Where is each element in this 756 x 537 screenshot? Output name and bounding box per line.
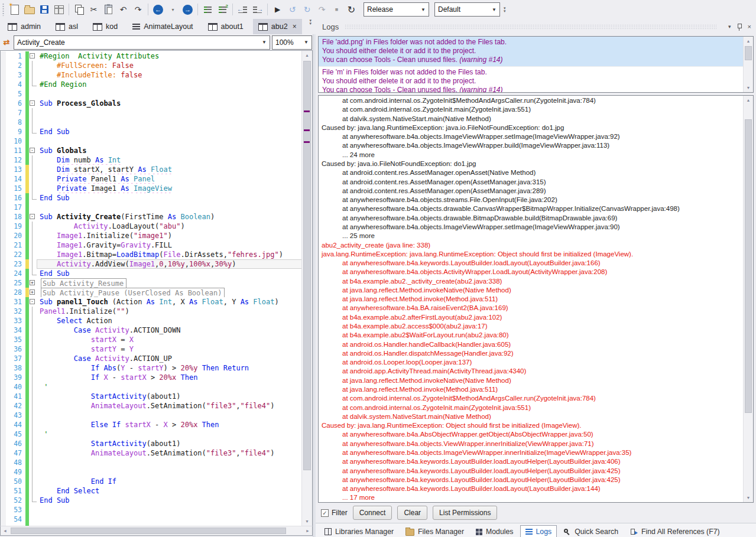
code-text[interactable] bbox=[37, 89, 302, 99]
warnings-scrollbar[interactable]: ▲ ▼ bbox=[743, 37, 753, 92]
build-configuration-select[interactable]: Release ▼ bbox=[364, 2, 429, 17]
tab-overflow-icon[interactable]: ▾▾ bbox=[309, 19, 312, 34]
code-line[interactable]: 34 Case Activity.ACTION_DOWN bbox=[1, 326, 302, 335]
code-text[interactable]: #IncludeTitle: false bbox=[37, 70, 302, 80]
code-text[interactable]: Image1.Bitmap=LoadBitmap(File.DirAssets,… bbox=[37, 250, 302, 259]
code-line[interactable]: 28+Sub Activity_Pause (UserClosed As Boo… bbox=[1, 288, 302, 297]
fold-margin[interactable]: - bbox=[29, 297, 37, 307]
scroll-up-icon[interactable]: ▲ bbox=[744, 37, 753, 45]
code-line[interactable]: 17 bbox=[1, 203, 302, 212]
fold-margin[interactable] bbox=[29, 193, 37, 203]
panel-drag-texture[interactable] bbox=[345, 24, 717, 30]
step-into-icon[interactable]: ↷ bbox=[314, 2, 329, 17]
code-text[interactable]: If X - startX > 20%x Then bbox=[37, 373, 302, 382]
code-line[interactable]: 3 #IncludeTitle: false bbox=[1, 70, 302, 80]
editor-horizontal-scrollbar[interactable]: ◄ ► bbox=[0, 526, 313, 536]
code-text[interactable]: AnimateLayout.SetAnimation("file3","file… bbox=[37, 448, 302, 458]
tab-admin[interactable]: admin bbox=[2, 19, 46, 34]
code-line[interactable]: 52End Sub bbox=[1, 496, 302, 505]
fold-margin[interactable] bbox=[29, 477, 37, 486]
code-text[interactable]: Sub panel1_Touch (Action As Int, X As Fl… bbox=[37, 297, 302, 307]
code-line[interactable]: 36 startY = Y bbox=[1, 344, 302, 354]
indent-icon[interactable] bbox=[250, 2, 265, 17]
code-line[interactable]: 51 End Select bbox=[1, 486, 302, 496]
code-line[interactable]: 16End Sub bbox=[1, 193, 302, 203]
statusbar-item-quick-search[interactable]: Quick Search bbox=[558, 525, 624, 537]
fold-margin[interactable] bbox=[29, 382, 37, 392]
fold-margin[interactable] bbox=[29, 505, 37, 515]
warning-item[interactable]: File 'add.png' in Files folder was not a… bbox=[319, 37, 744, 67]
cut-icon[interactable]: ✂ bbox=[86, 2, 101, 17]
fold-margin[interactable] bbox=[29, 174, 37, 184]
outdent-icon[interactable] bbox=[235, 2, 250, 17]
fold-margin[interactable] bbox=[29, 250, 37, 259]
build-flavor-select[interactable]: Default ▼ bbox=[434, 2, 500, 17]
code-text[interactable]: End Select bbox=[37, 486, 302, 496]
paste-icon[interactable] bbox=[101, 2, 116, 17]
code-text[interactable]: Else If startX - X > 20%x Then bbox=[37, 420, 302, 429]
code-line[interactable]: 1-#Region Activity Attributes bbox=[1, 51, 302, 61]
code-line[interactable]: 48 bbox=[1, 458, 302, 467]
code-text[interactable] bbox=[37, 458, 302, 467]
code-line[interactable]: 50 End If bbox=[1, 477, 302, 486]
code-text[interactable]: StartActivity(about1) bbox=[37, 439, 302, 448]
fold-margin[interactable] bbox=[29, 344, 37, 354]
code-line[interactable]: 45 ' bbox=[1, 429, 302, 439]
statusbar-item-modules[interactable]: Modules bbox=[471, 525, 518, 537]
log-output[interactable]: at com.android.internal.os.ZygoteInit$Me… bbox=[319, 96, 744, 502]
code-text[interactable]: Private Panel1 As Panel bbox=[37, 174, 302, 184]
redo-icon[interactable]: ↷ bbox=[131, 2, 145, 17]
fold-expand-icon[interactable]: + bbox=[30, 289, 35, 295]
undo-icon[interactable]: ↶ bbox=[116, 2, 131, 17]
fold-margin[interactable] bbox=[29, 335, 37, 344]
fold-margin[interactable] bbox=[29, 307, 37, 316]
tab-asl[interactable]: asl bbox=[50, 19, 83, 34]
scroll-down-icon[interactable]: ▼ bbox=[302, 517, 312, 526]
code-text[interactable]: Sub Activity_Pause (UserClosed As Boolea… bbox=[37, 288, 302, 297]
fold-margin[interactable] bbox=[29, 326, 37, 335]
code-line[interactable]: 32Panel1.Initialize("") bbox=[1, 307, 302, 316]
fold-margin[interactable] bbox=[29, 240, 37, 250]
code-line[interactable]: 53 bbox=[1, 505, 302, 515]
code-text[interactable] bbox=[37, 118, 302, 127]
statusbar-item-files-manager[interactable]: Files Manager bbox=[400, 525, 469, 537]
toolbar-grip[interactable] bbox=[2, 3, 5, 16]
fold-margin[interactable] bbox=[29, 373, 37, 382]
code-text[interactable]: Activity.AddView(Image1,0,10%y,100%x,30%… bbox=[37, 259, 302, 269]
code-line[interactable]: 7 bbox=[1, 108, 302, 118]
code-line[interactable]: 40 ' bbox=[1, 382, 302, 392]
code-line[interactable]: 11-Sub Globals bbox=[1, 146, 302, 155]
code-line[interactable]: 6-Sub Process_Globals bbox=[1, 99, 302, 108]
fold-margin[interactable] bbox=[29, 136, 37, 146]
code-text[interactable]: startX = X bbox=[37, 335, 302, 344]
code-text[interactable]: Private Image1 As ImageView bbox=[37, 184, 302, 193]
code-line[interactable]: 54 bbox=[1, 515, 302, 524]
code-text[interactable]: Select Action bbox=[37, 316, 302, 326]
code-text[interactable]: #FullScreen: False bbox=[37, 61, 302, 70]
code-text[interactable]: End Sub bbox=[37, 127, 302, 136]
fold-margin[interactable] bbox=[29, 184, 37, 193]
code-text[interactable]: Case Activity.ACTION_UP bbox=[37, 354, 302, 363]
close-icon[interactable]: × bbox=[293, 22, 297, 31]
navigate-forward-icon[interactable]: → bbox=[180, 2, 195, 17]
code-line[interactable]: 25+Sub Activity_Resume bbox=[1, 278, 302, 288]
code-line[interactable]: 12 Dim numb As Int bbox=[1, 155, 302, 165]
save-icon[interactable] bbox=[37, 2, 51, 17]
code-text[interactable] bbox=[37, 467, 302, 477]
run-icon[interactable]: ▶ bbox=[270, 2, 285, 17]
fold-collapse-icon[interactable]: - bbox=[30, 53, 35, 58]
code-text[interactable]: StartActivity(about1) bbox=[37, 392, 302, 401]
comment-icon[interactable] bbox=[200, 2, 215, 17]
fold-margin[interactable] bbox=[29, 203, 37, 212]
code-text[interactable]: Panel1.Initialize("") bbox=[37, 307, 302, 316]
fold-margin[interactable] bbox=[29, 448, 37, 458]
new-project-icon[interactable] bbox=[7, 2, 22, 17]
close-icon[interactable]: × bbox=[748, 24, 751, 30]
code-text[interactable]: ' bbox=[37, 429, 302, 439]
code-line[interactable]: 35 startX = X bbox=[1, 335, 302, 344]
code-line[interactable]: 21 Image1.Gravity=Gravity.FILL bbox=[1, 240, 302, 250]
scroll-right-icon[interactable]: ► bbox=[303, 526, 312, 535]
warning-item[interactable]: File 'm' in Files folder was not added t… bbox=[319, 67, 744, 92]
code-text[interactable]: Sub Activity_Create(FirstTime As Boolean… bbox=[37, 212, 302, 222]
fold-margin[interactable] bbox=[29, 411, 37, 420]
